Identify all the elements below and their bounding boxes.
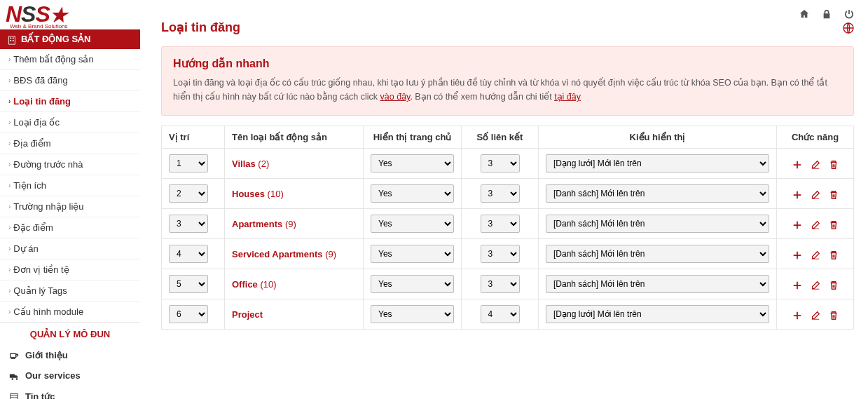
position-select[interactable]: 3 [169,215,208,233]
home-icon[interactable] [799,7,809,19]
svg-rect-2 [13,37,14,39]
sidebar-item-label: Quản lý Tags [13,285,67,296]
sidebar-item-11[interactable]: ›Quản lý Tags [0,280,140,302]
type-name-link[interactable]: Project [232,309,263,320]
style-select[interactable]: [Danh sách] Mới lên trên [546,275,769,293]
type-name-link[interactable]: Villas [232,158,256,169]
add-icon[interactable] [792,308,802,320]
style-select[interactable]: [Dạng lưới] Mới lên trên [546,305,769,323]
position-select[interactable]: 5 [169,275,208,293]
module-icon [8,391,20,399]
add-icon[interactable] [792,278,802,290]
add-icon[interactable] [792,187,802,199]
sidebar-item-9[interactable]: ›Dự án [0,238,140,259]
links-select[interactable]: 3 [481,154,520,173]
links-select[interactable]: 3 [481,184,520,203]
sidebar-item-2[interactable]: ›Loại tin đăng [0,91,140,112]
delete-icon[interactable] [829,248,839,259]
show-select[interactable]: Yes [371,215,454,233]
module-item-1[interactable]: Our services [0,365,140,386]
edit-icon[interactable] [811,217,820,229]
type-name-link[interactable]: Serviced Apartments [232,249,323,259]
delete-icon[interactable] [829,157,839,169]
sidebar-item-0[interactable]: ›Thêm bất động sản [0,49,140,70]
add-icon[interactable] [792,217,802,229]
info-link-here[interactable]: vào đây [380,92,411,102]
power-icon[interactable] [844,7,854,19]
delete-icon[interactable] [829,278,839,290]
info-text: Loại tin đăng và loại địa ốc có cấu trúc… [173,76,842,104]
type-name-link[interactable]: Apartments [232,219,282,229]
sidebar: NSS★ Web & Brand Solutions BẤT ĐỘNG SẢN … [0,0,140,399]
links-select[interactable]: 3 [481,215,520,233]
sidebar-item-label: Loại địa ốc [13,117,60,128]
delete-icon[interactable] [829,308,839,320]
edit-icon[interactable] [811,248,820,259]
show-select[interactable]: Yes [371,245,454,263]
add-icon[interactable] [792,157,802,169]
sidebar-item-12[interactable]: ›Cấu hình module [0,302,140,323]
sidebar-item-3[interactable]: ›Loại địa ốc [0,112,140,133]
sidebar-item-label: Đường trước nhà [13,159,83,170]
edit-icon[interactable] [811,157,820,169]
sidebar-item-7[interactable]: ›Trường nhập liệu [0,196,140,217]
style-select[interactable]: [Danh sách] Mới lên trên [546,184,769,203]
position-select[interactable]: 2 [169,184,208,203]
type-count: (9) [325,249,336,259]
sidebar-item-6[interactable]: ›Tiện ích [0,175,140,196]
sidebar-item-8[interactable]: ›Đặc điểm [0,217,140,238]
show-select[interactable]: Yes [371,275,454,293]
edit-icon[interactable] [811,308,820,320]
module-item-2[interactable]: Tin tức [0,386,140,399]
table-row: 6Project Yes4[Dạng lưới] Mới lên trên [162,299,854,330]
table-row: 2Houses (10)Yes3[Danh sách] Mới lên trên [162,179,854,209]
chevron-right-icon: › [8,76,11,84]
links-select[interactable]: 4 [481,305,520,323]
chevron-right-icon: › [8,161,11,168]
edit-icon[interactable] [811,187,820,199]
position-select[interactable]: 1 [169,154,208,173]
style-select[interactable]: [Danh sách] Mới lên trên [546,215,769,233]
add-icon[interactable] [792,248,802,259]
sidebar-item-label: Thêm bất động sản [13,54,93,65]
show-select[interactable]: Yes [371,184,454,203]
sidebar-item-1[interactable]: ›BĐS đã đăng [0,70,140,91]
chevron-right-icon: › [8,287,11,295]
svg-rect-4 [13,40,14,41]
module-icon [8,370,20,381]
sidebar-section-realestate: BẤT ĐỘNG SẢN [0,29,140,49]
sidebar-item-label: Tiện ích [13,180,46,191]
position-select[interactable]: 4 [169,245,208,263]
module-label: Our services [25,370,81,381]
chevron-right-icon: › [8,308,11,316]
delete-icon[interactable] [829,217,839,229]
module-icon [8,350,20,361]
table-row: 3Apartments (9)Yes3[Danh sách] Mới lên t… [162,209,854,239]
delete-icon[interactable] [829,187,839,199]
type-name-link[interactable]: Office [232,279,258,290]
sidebar-item-label: Đơn vị tiền tệ [13,264,69,275]
position-select[interactable]: 6 [169,305,208,323]
globe-icon[interactable] [843,21,854,34]
sidebar-item-4[interactable]: ›Địa điểm [0,133,140,154]
style-select[interactable]: [Danh sách] Mới lên trên [546,245,769,263]
links-select[interactable]: 3 [481,275,520,293]
module-item-0[interactable]: Giới thiệu [0,345,140,366]
links-select[interactable]: 3 [481,245,520,263]
sidebar-item-10[interactable]: ›Đơn vị tiền tệ [0,259,140,280]
type-count: (9) [285,219,296,229]
type-name-link[interactable]: Houses [232,189,265,199]
logo[interactable]: NSS★ Web & Brand Solutions [0,0,140,29]
show-select[interactable]: Yes [371,154,454,173]
sidebar-item-5[interactable]: ›Đường trước nhà [0,154,140,175]
svg-rect-0 [9,36,15,43]
types-table: Vị trí Tên loại bất động sản Hiển thị tr… [161,126,854,330]
sidebar-item-label: Trường nhập liệu [13,201,83,212]
edit-icon[interactable] [811,278,820,290]
lock-icon[interactable] [822,7,832,19]
show-select[interactable]: Yes [371,305,454,323]
col-show: Hiển thị trang chủ [364,126,462,149]
info-link-guide[interactable]: tại đây [554,92,581,102]
style-select[interactable]: [Dạng lưới] Mới lên trên [546,154,769,173]
chevron-right-icon: › [8,97,11,105]
